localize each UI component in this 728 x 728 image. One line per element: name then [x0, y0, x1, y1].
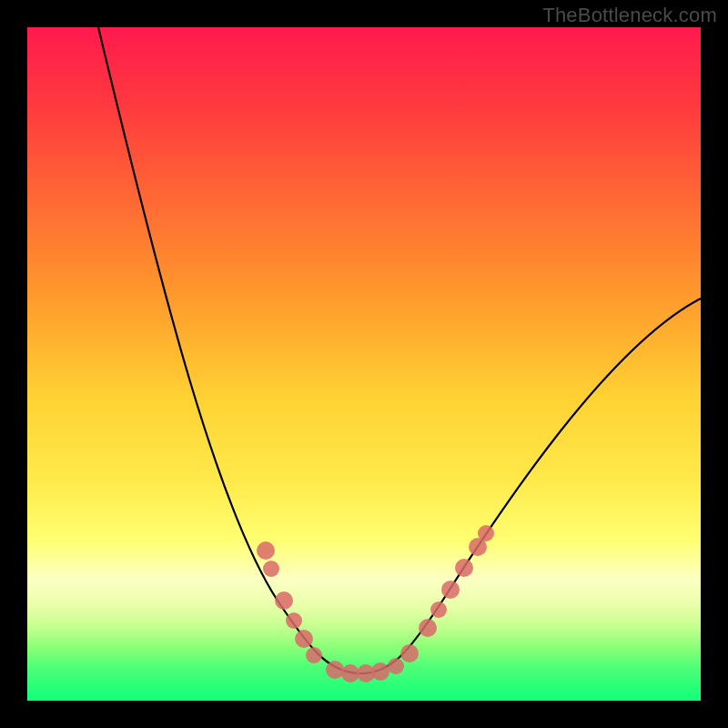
chart-plot-area [27, 27, 701, 701]
data-point [455, 559, 473, 577]
data-points [257, 525, 494, 682]
data-point [478, 525, 494, 541]
watermark-text: TheBottleneck.com [542, 4, 717, 27]
data-point [388, 658, 404, 674]
data-point [295, 630, 313, 648]
data-point [263, 561, 279, 577]
bottleneck-curve [98, 27, 701, 673]
data-point [306, 647, 322, 663]
chart-frame: TheBottleneck.com [0, 0, 728, 728]
data-point [441, 581, 460, 599]
data-point [430, 602, 447, 618]
data-point [326, 661, 344, 679]
data-point [257, 541, 275, 560]
data-point [419, 619, 437, 637]
data-point [371, 662, 389, 681]
data-point [286, 612, 302, 629]
data-point [275, 592, 293, 610]
chart-svg [27, 27, 701, 701]
data-point [400, 644, 419, 662]
